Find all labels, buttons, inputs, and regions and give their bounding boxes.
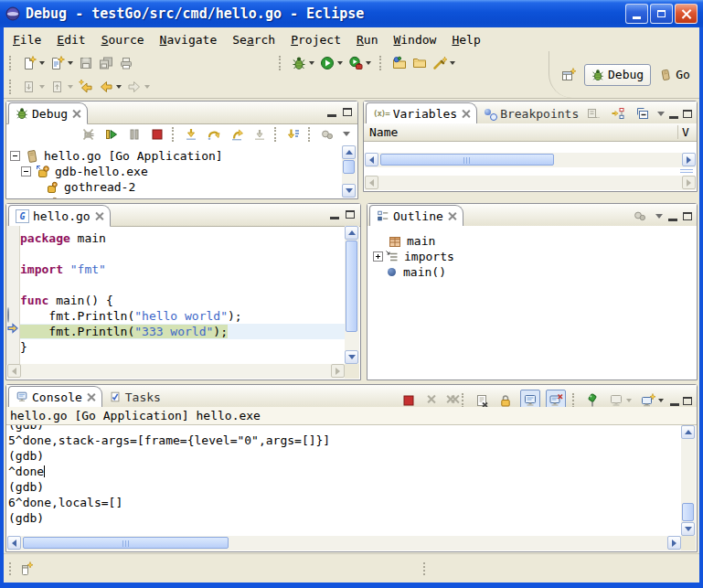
tab-breakpoints[interactable]: Breakpoints: [477, 103, 585, 123]
maximize-button[interactable]: [650, 4, 673, 24]
scroll-thumb[interactable]: [380, 154, 554, 166]
menu-run[interactable]: Run: [357, 33, 378, 47]
dropdown-arrow-icon[interactable]: [658, 399, 664, 402]
menu-project[interactable]: Project: [291, 33, 341, 47]
close-tab-icon[interactable]: [462, 110, 470, 118]
scroll-down-button[interactable]: [345, 350, 358, 364]
next-annotation-button[interactable]: [20, 77, 47, 97]
minimize-button[interactable]: [625, 4, 648, 24]
scroll-thumb[interactable]: [682, 503, 694, 521]
open-resource-button[interactable]: [410, 53, 429, 73]
scroll-down-button[interactable]: [342, 184, 356, 198]
print-button[interactable]: [117, 53, 135, 73]
close-tab-icon[interactable]: [72, 110, 80, 118]
scroll-right-button[interactable]: [682, 153, 696, 166]
toolbar-grip[interactable]: [9, 56, 14, 70]
close-tab-icon[interactable]: [448, 212, 456, 220]
menu-navigate[interactable]: Navigate: [160, 33, 218, 47]
scroll-left-button[interactable]: [7, 536, 21, 550]
scroll-down-button[interactable]: [681, 522, 695, 536]
scroll-up-button[interactable]: [342, 145, 356, 159]
tree-row-partial[interactable]: [45, 195, 59, 198]
minimize-view-icon[interactable]: [668, 210, 677, 221]
external-tools-button[interactable]: [346, 53, 373, 73]
console-vscrollbar[interactable]: [681, 425, 696, 536]
maximize-view-icon[interactable]: [683, 110, 692, 118]
outline-item-package[interactable]: main: [388, 233, 435, 249]
dropdown-arrow-icon[interactable]: [366, 61, 371, 65]
save-button[interactable]: [77, 53, 95, 73]
open-perspective-button[interactable]: [559, 65, 578, 85]
search-button[interactable]: [431, 53, 457, 73]
debug-button[interactable]: [290, 53, 316, 73]
close-tab-icon[interactable]: [87, 393, 95, 401]
disconnect-button[interactable]: [80, 124, 98, 144]
toolbar-grip[interactable]: [9, 80, 14, 94]
code-editor[interactable]: package main import "fmt" func main() { …: [20, 226, 346, 365]
menu-search[interactable]: Search: [232, 33, 275, 47]
dropdown-arrow-icon[interactable]: [450, 61, 455, 65]
step-return-button[interactable]: [228, 124, 246, 144]
variables-tree-hscrollbar[interactable]: [365, 153, 696, 167]
menu-source[interactable]: Source: [101, 33, 144, 47]
breakpoint-marker[interactable]: [7, 308, 18, 319]
tree-row-launch[interactable]: hello.go [Go Application]: [10, 148, 223, 164]
show-type-names-button[interactable]: [584, 106, 602, 121]
perspective-debug-button[interactable]: Debug: [584, 64, 651, 86]
minimize-view-icon[interactable]: [327, 106, 336, 117]
scroll-right-button[interactable]: [667, 536, 681, 550]
save-all-button[interactable]: [97, 53, 115, 73]
collapse-all-button[interactable]: [634, 106, 652, 121]
step-into-button[interactable]: [182, 124, 200, 144]
previous-annotation-button[interactable]: [48, 77, 75, 97]
outline-item-main-func[interactable]: main(): [388, 264, 446, 280]
step-over-button[interactable]: [205, 124, 223, 144]
debug-view-extra-button[interactable]: [318, 124, 336, 144]
use-step-filters-button[interactable]: [284, 124, 303, 144]
last-edit-location-button[interactable]: [77, 77, 95, 97]
show-logical-structure-button[interactable]: [609, 106, 627, 121]
menu-help[interactable]: Help: [452, 33, 480, 47]
suspend-button[interactable]: [125, 124, 144, 144]
view-menu-icon[interactable]: [343, 132, 350, 136]
tab-variables[interactable]: (x)= Variables: [366, 102, 477, 124]
tree-row-thread[interactable]: gothread-2: [45, 179, 135, 195]
drop-to-frame-button[interactable]: [250, 124, 269, 144]
tab-outline[interactable]: Outline: [369, 205, 463, 227]
collapse-expander-icon[interactable]: [10, 151, 20, 161]
forward-button[interactable]: [125, 77, 152, 97]
tab-editor-hello-go[interactable]: G hello.go: [8, 205, 111, 227]
instruction-pointer-icon[interactable]: [7, 323, 18, 334]
dropdown-arrow-icon[interactable]: [39, 61, 45, 65]
collapse-expander-icon[interactable]: [21, 166, 31, 176]
scroll-thumb[interactable]: [23, 537, 229, 549]
scroll-thumb[interactable]: [346, 241, 357, 332]
editor-vscrollbar[interactable]: [345, 226, 359, 364]
scroll-thumb[interactable]: [343, 160, 355, 174]
editor-hscrollbar[interactable]: [7, 364, 345, 379]
view-menu-icon[interactable]: [655, 214, 663, 219]
close-button[interactable]: [675, 4, 698, 24]
editor-gutter[interactable]: [6, 226, 20, 365]
menu-edit[interactable]: Edit: [57, 33, 85, 47]
scroll-up-button[interactable]: [345, 226, 358, 240]
dropdown-arrow-icon[interactable]: [337, 61, 343, 65]
detail-pane-hscrollbar[interactable]: [365, 176, 696, 190]
tree-row-process[interactable]: gdb-hello.exe: [21, 164, 148, 179]
remove-launch-icon[interactable]: [427, 395, 438, 406]
terminate-button[interactable]: [148, 124, 166, 144]
minimize-view-icon[interactable]: [669, 108, 678, 119]
detail-pane-sash[interactable]: [680, 169, 693, 175]
dropdown-arrow-icon[interactable]: [116, 85, 122, 89]
close-tab-icon[interactable]: [95, 212, 103, 220]
column-header-name[interactable]: Name: [364, 125, 677, 139]
menu-window[interactable]: Window: [393, 33, 436, 47]
maximize-view-icon[interactable]: [683, 212, 692, 220]
launch-status-icon[interactable]: [19, 561, 34, 576]
expand-expander-icon[interactable]: [373, 251, 383, 262]
scroll-up-button[interactable]: [681, 425, 695, 439]
dropdown-arrow-icon[interactable]: [309, 61, 314, 65]
tab-debug[interactable]: Debug: [8, 102, 88, 124]
run-button[interactable]: [318, 53, 345, 73]
minimize-view-icon[interactable]: [670, 395, 679, 406]
